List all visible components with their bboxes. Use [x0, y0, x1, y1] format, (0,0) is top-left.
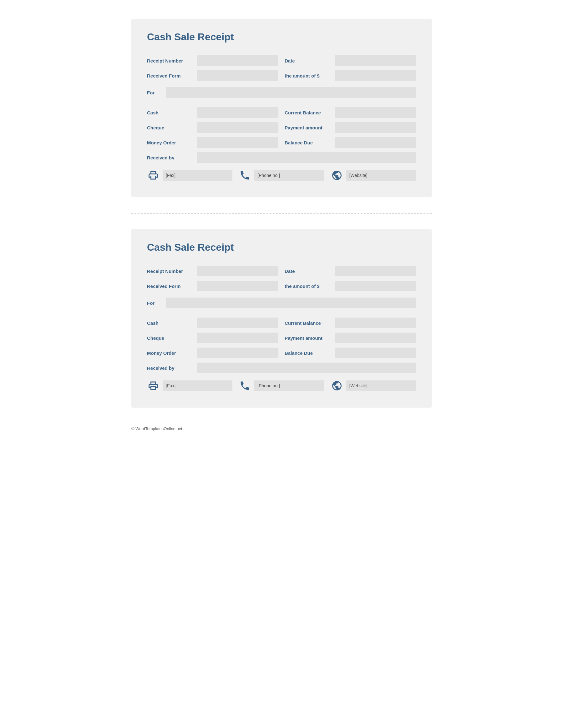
date-input-1[interactable] — [335, 55, 416, 66]
phone-input-2[interactable]: [Phone no.] — [254, 380, 324, 391]
receipt-number-label-1: Receipt Number — [147, 58, 197, 63]
receipt-number-input-2[interactable] — [197, 266, 278, 276]
date-label-2: Date — [285, 269, 335, 274]
amount-input-1[interactable] — [335, 70, 416, 81]
for-label-2: For — [147, 300, 166, 306]
for-row-2: For — [147, 298, 416, 308]
cash-label-2: Cash — [147, 320, 197, 326]
receipt-2-title: Cash Sale Receipt — [147, 242, 416, 253]
fax-icon-2 — [147, 379, 159, 392]
date-input-2[interactable] — [335, 266, 416, 276]
receipt-number-date-row-2: Receipt Number Date — [147, 266, 416, 276]
website-item-1: [Website] — [331, 169, 416, 182]
receipt-1: Cash Sale Receipt Receipt Number Date Re… — [131, 19, 432, 197]
current-balance-input-1[interactable] — [335, 107, 416, 118]
money-order-balance-row-1: Money Order Balance Due — [147, 137, 416, 148]
website-input-2[interactable]: [Website] — [346, 380, 416, 391]
footer-row-2: [Fax] [Phone no.] — [147, 379, 416, 392]
received-form-input-1[interactable] — [197, 70, 278, 81]
footer-row-1: [Fax] [Phone no.] — [147, 169, 416, 182]
money-order-label-2: Money Order — [147, 350, 197, 356]
website-item-2: [Website] — [331, 379, 416, 392]
fax-item-1: [Fax] — [147, 169, 232, 182]
received-by-row-2: Received by — [147, 363, 416, 373]
money-order-input-1[interactable] — [197, 137, 278, 148]
for-label-1: For — [147, 90, 166, 95]
payment-amount-label-1: Payment amount — [285, 125, 335, 130]
receipt-2: Cash Sale Receipt Receipt Number Date Re… — [131, 229, 432, 408]
received-form-label-2: Received Form — [147, 284, 197, 289]
cash-label-1: Cash — [147, 110, 197, 115]
payment-amount-input-2[interactable] — [335, 333, 416, 343]
balance-due-input-2[interactable] — [335, 348, 416, 358]
received-by-label-1: Received by — [147, 155, 197, 160]
cheque-input-1[interactable] — [197, 122, 278, 133]
current-balance-label-1: Current Balance — [285, 110, 335, 115]
received-form-row-1: Received Form the amount of $ — [147, 70, 416, 81]
payment-amount-label-2: Payment amount — [285, 335, 335, 341]
website-input-1[interactable]: [Website] — [346, 170, 416, 181]
receipt-1-title: Cash Sale Receipt — [147, 31, 416, 43]
for-row-1: For — [147, 87, 416, 98]
amount-input-2[interactable] — [335, 281, 416, 291]
fax-input-1[interactable]: [Fax] — [163, 170, 232, 181]
balance-due-input-1[interactable] — [335, 137, 416, 148]
balance-due-label-2: Balance Due — [285, 350, 335, 356]
received-form-row-2: Received Form the amount of $ — [147, 281, 416, 291]
website-icon-1 — [331, 169, 343, 182]
received-form-label-1: Received Form — [147, 73, 197, 78]
received-by-input-2[interactable] — [197, 363, 416, 373]
received-form-input-2[interactable] — [197, 281, 278, 291]
amount-label-2: the amount of $ — [285, 284, 335, 289]
cheque-label-2: Cheque — [147, 335, 197, 341]
phone-item-1: [Phone no.] — [239, 169, 324, 182]
phone-item-2: [Phone no.] — [239, 379, 324, 392]
for-input-2[interactable] — [166, 298, 416, 308]
copyright: © WordTemplatesOnline.net — [131, 426, 432, 431]
amount-label-1: the amount of $ — [285, 73, 335, 78]
received-by-label-2: Received by — [147, 365, 197, 371]
cash-balance-row-1: Cash Current Balance — [147, 107, 416, 118]
received-by-row-1: Received by — [147, 152, 416, 163]
date-label-1: Date — [285, 58, 335, 63]
payment-amount-input-1[interactable] — [335, 122, 416, 133]
money-order-label-1: Money Order — [147, 140, 197, 145]
website-icon-2 — [331, 379, 343, 392]
money-order-balance-row-2: Money Order Balance Due — [147, 348, 416, 358]
cash-input-1[interactable] — [197, 107, 278, 118]
received-by-input-1[interactable] — [197, 152, 416, 163]
current-balance-input-2[interactable] — [335, 318, 416, 328]
balance-due-label-1: Balance Due — [285, 140, 335, 145]
current-balance-label-2: Current Balance — [285, 320, 335, 326]
fax-item-2: [Fax] — [147, 379, 232, 392]
cheque-payment-row-1: Cheque Payment amount — [147, 122, 416, 133]
for-input-1[interactable] — [166, 87, 416, 98]
cheque-label-1: Cheque — [147, 125, 197, 130]
cash-input-2[interactable] — [197, 318, 278, 328]
fax-input-2[interactable]: [Fax] — [163, 380, 232, 391]
money-order-input-2[interactable] — [197, 348, 278, 358]
phone-icon-1 — [239, 169, 251, 182]
cash-balance-row-2: Cash Current Balance — [147, 318, 416, 328]
receipt-number-date-row: Receipt Number Date — [147, 55, 416, 66]
phone-input-1[interactable]: [Phone no.] — [254, 170, 324, 181]
receipt-number-input-1[interactable] — [197, 55, 278, 66]
fax-icon-1 — [147, 169, 159, 182]
cheque-input-2[interactable] — [197, 333, 278, 343]
divider — [131, 213, 432, 213]
receipt-number-label-2: Receipt Number — [147, 269, 197, 274]
phone-icon-2 — [239, 379, 251, 392]
cheque-payment-row-2: Cheque Payment amount — [147, 333, 416, 343]
